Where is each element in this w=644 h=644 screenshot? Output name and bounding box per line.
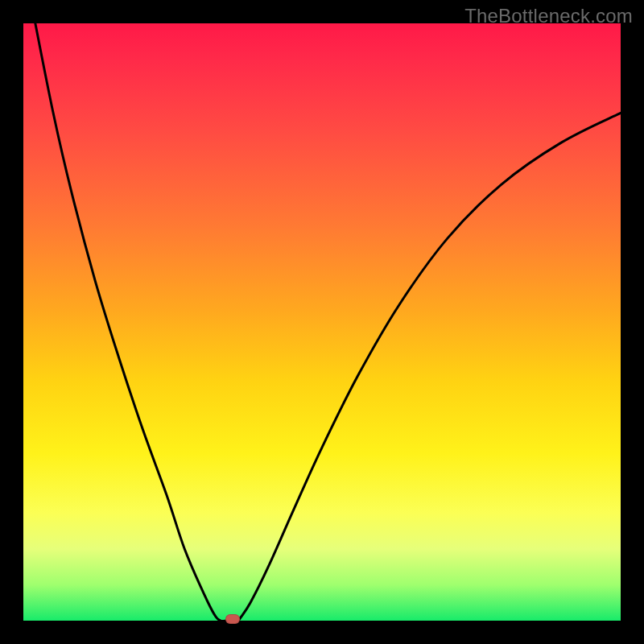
curve-right	[238, 113, 621, 621]
curve-left	[35, 23, 226, 621]
curve-svg	[23, 23, 621, 621]
chart-frame: TheBottleneck.com	[0, 0, 644, 644]
plot-area	[23, 23, 621, 621]
min-marker	[225, 614, 240, 624]
watermark-text: TheBottleneck.com	[464, 5, 633, 27]
